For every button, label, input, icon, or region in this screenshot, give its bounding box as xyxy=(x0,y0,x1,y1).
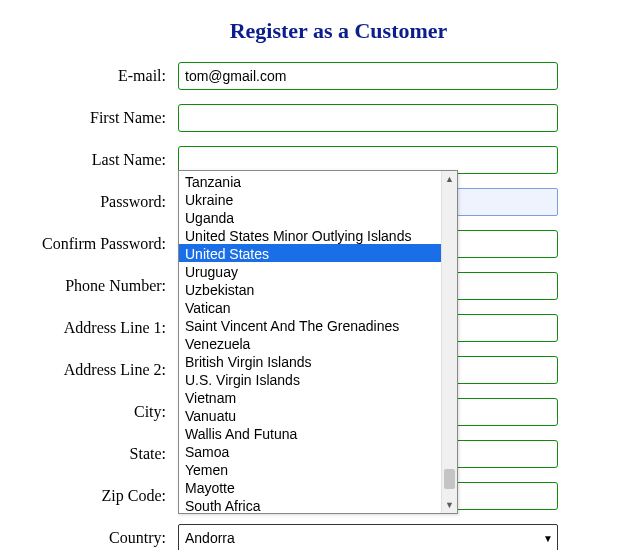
scrollbar[interactable]: ▲ ▼ xyxy=(441,171,457,513)
first-name-field[interactable] xyxy=(178,104,558,132)
scroll-down-icon[interactable]: ▼ xyxy=(442,497,457,513)
scroll-thumb[interactable] xyxy=(444,469,455,489)
country-option[interactable]: Tanzania xyxy=(179,172,441,190)
country-dropdown[interactable]: TanzaniaUkraineUgandaUnited States Minor… xyxy=(178,170,458,514)
country-dropdown-list[interactable]: TanzaniaUkraineUgandaUnited States Minor… xyxy=(179,171,441,513)
country-option[interactable]: United States Minor Outlying Islands xyxy=(179,226,441,244)
country-option[interactable]: Venezuela xyxy=(179,334,441,352)
country-option[interactable]: Samoa xyxy=(179,442,441,460)
email-field[interactable] xyxy=(178,62,558,90)
country-selected-value: Andorra xyxy=(185,530,235,546)
country-option[interactable]: Vanuatu xyxy=(179,406,441,424)
country-option[interactable]: Vatican xyxy=(179,298,441,316)
password-label: Password: xyxy=(0,193,170,211)
country-option[interactable]: Saint Vincent And The Grenadines xyxy=(179,316,441,334)
country-option[interactable]: Mayotte xyxy=(179,478,441,496)
phone-label: Phone Number: xyxy=(0,277,170,295)
chevron-down-icon: ▼ xyxy=(543,533,553,544)
addr1-label: Address Line 1: xyxy=(0,319,170,337)
country-option[interactable]: United States xyxy=(179,244,441,262)
zip-label: Zip Code: xyxy=(0,487,170,505)
country-option[interactable]: Uruguay xyxy=(179,262,441,280)
country-select[interactable]: Andorra ▼ xyxy=(178,524,558,550)
country-option[interactable]: Uzbekistan xyxy=(179,280,441,298)
country-option[interactable]: Uganda xyxy=(179,208,441,226)
email-label: E-mail: xyxy=(0,67,170,85)
confirm-password-label: Confirm Password: xyxy=(0,235,170,253)
scroll-up-icon[interactable]: ▲ xyxy=(442,171,457,187)
addr2-label: Address Line 2: xyxy=(0,361,170,379)
country-option[interactable]: U.S. Virgin Islands xyxy=(179,370,441,388)
last-name-label: Last Name: xyxy=(0,151,170,169)
country-option[interactable]: South Africa xyxy=(179,496,441,513)
country-label: Country: xyxy=(0,529,170,547)
country-option[interactable]: Ukraine xyxy=(179,190,441,208)
city-label: City: xyxy=(0,403,170,421)
page-title: Register as a Customer xyxy=(0,0,627,62)
country-option[interactable]: British Virgin Islands xyxy=(179,352,441,370)
country-option[interactable]: Wallis And Futuna xyxy=(179,424,441,442)
country-option[interactable]: Vietnam xyxy=(179,388,441,406)
country-option[interactable]: Yemen xyxy=(179,460,441,478)
state-label: State: xyxy=(0,445,170,463)
first-name-label: First Name: xyxy=(0,109,170,127)
